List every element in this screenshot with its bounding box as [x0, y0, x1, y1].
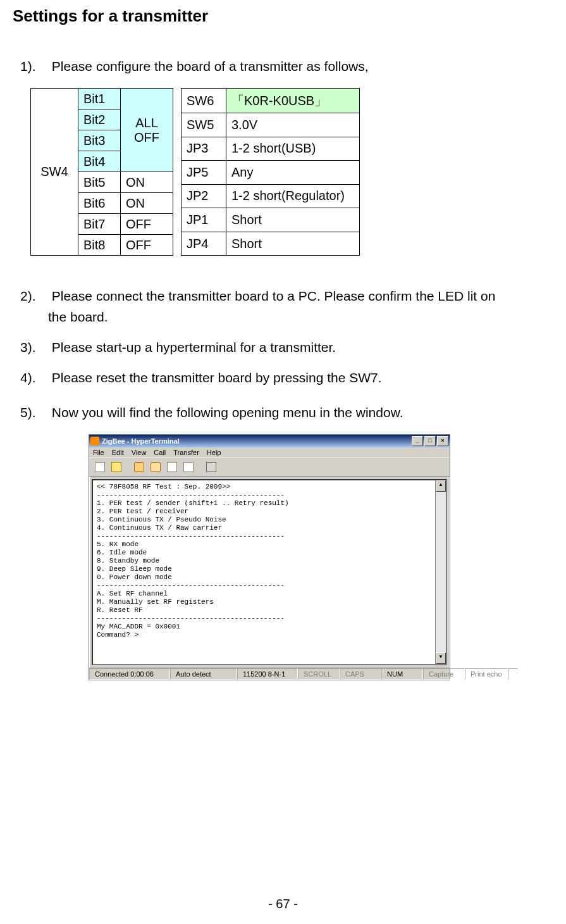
t2-v-3: Any: [226, 161, 360, 185]
terminal-output: << 78F8058 RF Test : Sep. 2009>> -------…: [93, 480, 435, 664]
t2-v-0: 「K0R-K0USB」: [226, 89, 360, 113]
minimize-button[interactable]: _: [412, 436, 423, 446]
t2-v-6: Short: [226, 232, 360, 256]
toolbar-disconnect-button[interactable]: [149, 460, 163, 474]
document-icon: [95, 462, 105, 472]
status-detect: Auto detect: [170, 668, 237, 680]
toolbar: [89, 458, 450, 477]
step-3-text: Please start-up a hyperterminal for a tr…: [52, 340, 336, 354]
scroll-down-button[interactable]: ▼: [436, 652, 446, 664]
step-2-text2: the board.: [48, 308, 547, 326]
maximize-button[interactable]: □: [424, 436, 436, 446]
send-icon: [167, 462, 177, 472]
sw4-bit6-val: ON: [121, 193, 173, 214]
t2-v-5: Short: [226, 208, 360, 232]
menu-bar: File Edit View Call Transfer Help: [89, 447, 450, 458]
titlebar[interactable]: ZigBee - HyperTerminal _ □ ×: [89, 435, 450, 447]
sw4-alloff: ALL OFF: [121, 89, 173, 172]
sw4-rowlabel: SW4: [31, 89, 78, 256]
t2-k-0: SW6: [181, 89, 226, 113]
toolbar-new-button[interactable]: [93, 460, 107, 474]
sw4-bit8: Bit8: [78, 235, 121, 256]
menu-help[interactable]: Help: [207, 449, 221, 456]
sw4-table: SW4 Bit1 ALL OFF Bit2 Bit3 Bit4 Bit5 ON …: [30, 88, 173, 256]
step-3-num: 3).: [20, 339, 48, 356]
sw4-alloff-line1: ALL: [126, 116, 168, 130]
sw4-bit2: Bit2: [78, 109, 121, 130]
step-4-text: Please reset the transmitter board by pr…: [52, 370, 382, 385]
sw4-bit7: Bit7: [78, 214, 121, 235]
step-1: 1). Please configure the board of a tran…: [20, 58, 547, 75]
t2-k-4: JP2: [181, 184, 226, 208]
properties-icon: [206, 462, 216, 472]
sw4-bit6: Bit6: [78, 193, 121, 214]
step-1-num: 1).: [20, 58, 48, 75]
status-printecho: Print echo: [465, 668, 508, 680]
status-capture: Capture: [423, 668, 465, 680]
t2-k-6: JP4: [181, 232, 226, 256]
page-number: - 67 -: [0, 897, 566, 911]
step-5-text: Now you will find the following opening …: [52, 405, 403, 420]
menu-file[interactable]: File: [93, 449, 104, 456]
sw4-bit3: Bit3: [78, 130, 121, 151]
sw4-bit5: Bit5: [78, 172, 121, 193]
folder-icon: [111, 462, 121, 472]
sw4-bit1: Bit1: [78, 89, 121, 109]
phone-hangup-icon: [151, 462, 161, 472]
toolbar-open-button[interactable]: [109, 460, 123, 474]
scrollbar[interactable]: ▲ ▼: [435, 480, 446, 664]
status-caps: CAPS: [340, 668, 381, 680]
toolbar-call-button[interactable]: [132, 460, 146, 474]
menu-transfer[interactable]: Transfer: [173, 449, 199, 456]
step-3: 3). Please start-up a hyperterminal for …: [20, 339, 547, 356]
sw4-bit8-val: OFF: [121, 235, 173, 256]
resize-grip[interactable]: [508, 668, 518, 680]
status-bar: Connected 0:00:06 Auto detect 115200 8-N…: [89, 668, 450, 680]
sw4-alloff-line2: OFF: [126, 130, 168, 145]
step-2: 2). Please connect the transmitter board…: [20, 287, 547, 305]
window-title: ZigBee - HyperTerminal: [102, 437, 412, 445]
scroll-track[interactable]: [436, 492, 446, 652]
sw4-bit7-val: OFF: [121, 214, 173, 235]
settings-table: SW6 「K0R-K0USB」 SW5 3.0V JP3 1-2 short(U…: [181, 88, 360, 256]
menu-call[interactable]: Call: [154, 449, 166, 456]
t2-v-2: 1-2 short(USB): [226, 137, 360, 161]
t2-k-3: JP5: [181, 161, 226, 185]
phone-icon: [134, 462, 144, 472]
t2-k-1: SW5: [181, 113, 226, 137]
app-icon: [90, 437, 99, 446]
step-4-num: 4).: [20, 369, 48, 387]
toolbar-send-button[interactable]: [165, 460, 179, 474]
status-connected: Connected 0:00:06: [89, 668, 170, 680]
close-button[interactable]: ×: [437, 436, 448, 446]
sw4-bit4: Bit4: [78, 151, 121, 172]
status-scroll: SCROLL: [298, 668, 340, 680]
t2-k-5: JP1: [181, 208, 226, 232]
status-setting: 115200 8-N-1: [237, 668, 298, 680]
step-5: 5). Now you will find the following open…: [20, 404, 547, 421]
t2-v-4: 1-2 short(Regulator): [226, 184, 360, 208]
step-5-num: 5).: [20, 404, 48, 421]
toolbar-receive-button[interactable]: [181, 460, 195, 474]
toolbar-properties-button[interactable]: [204, 460, 218, 474]
receive-icon: [183, 462, 194, 472]
hyperterminal-window: ZigBee - HyperTerminal _ □ × File Edit V…: [89, 434, 450, 680]
step-1-text: Please configure the board of a transmit…: [52, 59, 369, 73]
step-2-text: Please connect the transmitter board to …: [52, 289, 496, 303]
scroll-up-button[interactable]: ▲: [436, 480, 446, 492]
menu-edit[interactable]: Edit: [112, 449, 124, 456]
page-title: Settings for a transmitter: [13, 6, 547, 26]
step-4: 4). Please reset the transmitter board b…: [20, 369, 547, 387]
status-num: NUM: [381, 668, 423, 680]
t2-v-1: 3.0V: [226, 113, 360, 137]
t2-k-2: JP3: [181, 137, 226, 161]
sw4-bit5-val: ON: [121, 172, 173, 193]
step-2-num: 2).: [20, 287, 48, 305]
menu-view[interactable]: View: [132, 449, 147, 456]
